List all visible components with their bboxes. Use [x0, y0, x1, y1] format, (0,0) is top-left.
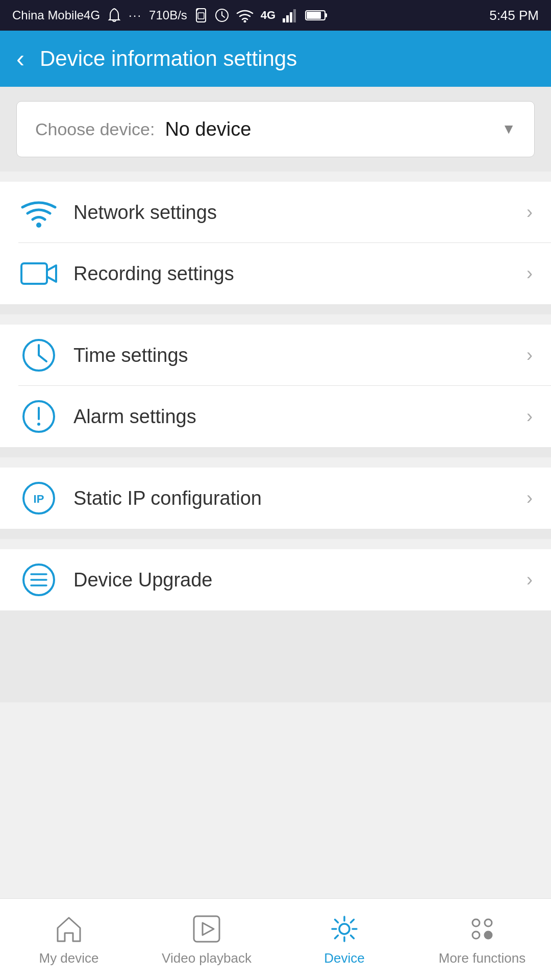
svg-point-27	[485, 919, 492, 926]
nav-my-device[interactable]: My device	[0, 899, 138, 980]
svg-rect-1	[198, 13, 204, 19]
svg-rect-6	[290, 12, 292, 22]
time-settings-item[interactable]: Time settings ›	[0, 325, 551, 386]
svg-point-28	[472, 932, 480, 939]
camera-icon	[18, 253, 59, 294]
nav-video-playback[interactable]: Video playback	[138, 899, 276, 980]
device-selector-label: Choose device:	[35, 119, 155, 139]
recording-settings-chevron: ›	[527, 263, 533, 284]
content-area: Choose device: No device ▼ Network setti…	[0, 87, 551, 898]
svg-point-11	[36, 223, 41, 228]
home-icon	[53, 913, 85, 945]
status-bar: China Mobile4G ··· 710B/s 4G	[0, 0, 551, 31]
signal-icon	[283, 8, 298, 22]
ip-icon: IP	[18, 478, 59, 519]
page-header: ‹ Device information settings	[0, 31, 551, 87]
list-icon	[18, 559, 59, 600]
device-upgrade-item[interactable]: Device Upgrade ›	[0, 549, 551, 610]
svg-rect-10	[325, 13, 327, 17]
settings-group-3: IP Static IP configuration ›	[0, 468, 551, 529]
svg-point-16	[37, 423, 40, 426]
static-ip-item[interactable]: IP Static IP configuration ›	[0, 468, 551, 529]
section-gap-3	[0, 529, 551, 539]
svg-point-26	[472, 919, 480, 926]
wifi-icon	[18, 192, 59, 233]
play-icon	[190, 913, 223, 945]
dropdown-arrow-icon: ▼	[502, 121, 516, 137]
nav-device-label: Device	[324, 950, 364, 966]
back-button[interactable]: ‹	[16, 46, 24, 71]
network-type: 4G	[261, 9, 276, 22]
svg-point-3	[243, 20, 246, 23]
svg-point-25	[339, 924, 349, 934]
nav-more-functions[interactable]: More functions	[413, 899, 551, 980]
bottom-navigation: My device Video playback Device	[0, 898, 551, 980]
static-ip-label: Static IP configuration	[59, 487, 527, 509]
static-ip-chevron: ›	[527, 487, 533, 509]
carrier-label: China Mobile4G	[12, 8, 100, 22]
settings-group-4: Device Upgrade ›	[0, 549, 551, 610]
ellipsis: ···	[129, 8, 142, 22]
time-label: 5:45 PM	[489, 8, 539, 23]
clock-icon	[18, 335, 59, 376]
svg-rect-5	[286, 15, 289, 22]
device-upgrade-label: Device Upgrade	[59, 569, 527, 591]
nav-device[interactable]: Device	[276, 899, 413, 980]
alert-icon	[18, 396, 59, 437]
svg-text:IP: IP	[34, 493, 44, 505]
svg-rect-23	[194, 916, 219, 942]
alarm-settings-chevron: ›	[527, 406, 533, 427]
network-settings-chevron: ›	[527, 202, 533, 223]
gear-icon	[328, 913, 361, 945]
wifi-status-icon	[236, 8, 254, 22]
device-selector-value: No device	[155, 118, 502, 140]
device-upgrade-chevron: ›	[527, 569, 533, 591]
svg-rect-4	[283, 18, 285, 22]
speed-label: 710B/s	[149, 8, 187, 22]
time-settings-chevron: ›	[527, 345, 533, 366]
alarm-settings-label: Alarm settings	[59, 406, 527, 428]
alarm-settings-item[interactable]: Alarm settings ›	[0, 386, 551, 447]
svg-marker-24	[203, 923, 214, 935]
section-gap-1	[0, 304, 551, 314]
clock-status-icon	[215, 8, 229, 22]
svg-rect-9	[307, 12, 321, 19]
recording-settings-label: Recording settings	[59, 263, 527, 285]
svg-point-29	[485, 932, 492, 939]
device-selector[interactable]: Choose device: No device ▼	[16, 101, 535, 157]
network-settings-label: Network settings	[59, 202, 527, 224]
battery-icon	[305, 9, 328, 22]
nav-more-functions-label: More functions	[439, 950, 526, 966]
section-gap-2	[0, 447, 551, 457]
notification-icon	[107, 8, 121, 23]
sim-icon	[194, 8, 208, 23]
dots-grid-icon	[466, 913, 498, 945]
time-settings-label: Time settings	[59, 345, 527, 366]
nav-video-playback-label: Video playback	[162, 950, 252, 966]
settings-group-1: Network settings › Recording settings ›	[0, 182, 551, 304]
nav-my-device-label: My device	[39, 950, 98, 966]
device-selector-wrapper: Choose device: No device ▼	[0, 87, 551, 172]
recording-settings-item[interactable]: Recording settings ›	[0, 243, 551, 304]
page-title: Device information settings	[40, 46, 297, 71]
bottom-spacer	[0, 610, 551, 702]
network-settings-item[interactable]: Network settings ›	[0, 182, 551, 243]
settings-group-2: Time settings › Alarm settings ›	[0, 325, 551, 447]
svg-rect-7	[293, 9, 296, 22]
svg-rect-12	[21, 263, 47, 284]
